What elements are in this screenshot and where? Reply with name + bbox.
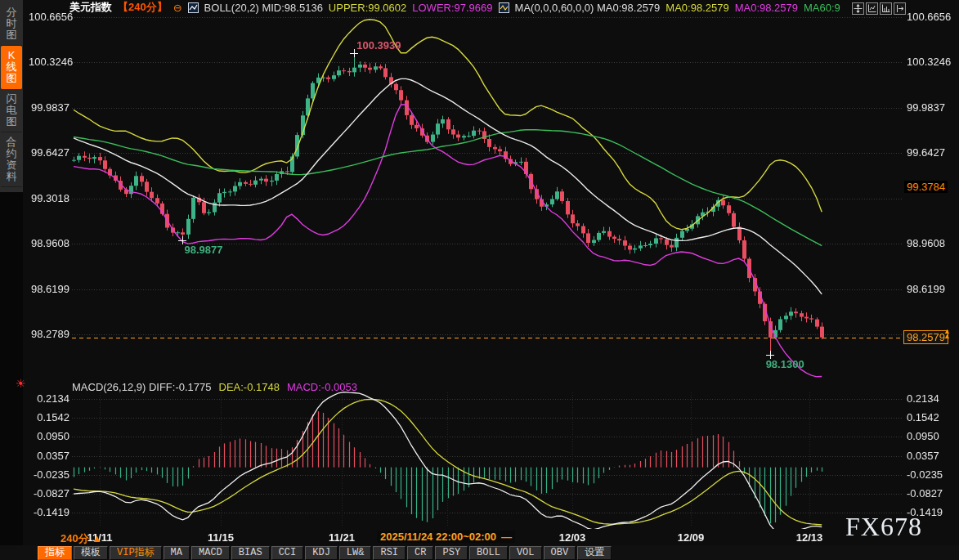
chart-controls: [852, 2, 906, 15]
xaxis-label-11/15: 11/15: [208, 531, 234, 544]
price-axis-right-label: 100.3246: [907, 56, 951, 68]
macd-axis-left-label: 0.2134: [29, 392, 69, 405]
trading-app-window: 分时图K线图闪电图合约资料 美元指数 【240分】 ⊖ BOLL(20,2) M…: [0, 0, 959, 560]
macd-axis-right-label: 0.0357: [907, 450, 939, 462]
price-axis-right-label: 98.9608: [907, 237, 945, 249]
boll-lower-legend: LOWER:97.9669: [412, 2, 492, 14]
price-axis-right-label: 100.6656: [907, 11, 951, 23]
toolbar-button-VOL[interactable]: VOL: [509, 546, 542, 560]
axis-highlight-value: 99.3784: [904, 181, 948, 193]
toolbar-button-PSY[interactable]: PSY: [435, 546, 468, 560]
price-axis-left-label: 98.9608: [29, 237, 69, 249]
toolbar-button-MACD[interactable]: MACD: [191, 546, 230, 560]
chart-canvas[interactable]: [0, 0, 959, 560]
price-axis-left-label: 99.9837: [29, 101, 69, 114]
ma60-legend: MA60:9: [804, 2, 840, 14]
low-end-annotation: 98.1300: [766, 358, 804, 370]
low-mid-annotation: 98.9877: [184, 244, 222, 256]
toolbar-button-CR[interactable]: CR: [407, 546, 433, 560]
macd-legend-bar: MACD(26,12,9) DIFF:-0.1775 DEA:-0.1748 M…: [72, 381, 357, 393]
price-axis-left-label: 98.2789: [29, 328, 69, 340]
macd-axis-right-label: -0.0827: [907, 487, 943, 500]
boll-upper-legend: UPPER:99.0602: [329, 2, 406, 14]
selected-candle-time: 2025/11/24 22:00~02:00—: [377, 531, 515, 543]
xaxis-label-12/09: 12/09: [678, 531, 705, 544]
alarm-icon[interactable]: ☀: [16, 377, 26, 390]
sidebar-tab-闪电图[interactable]: 闪电图: [1, 89, 22, 132]
toolbar-button-指标[interactable]: 指标: [38, 546, 72, 560]
indicator-legend-bar: 美元指数 【240分】 ⊖ BOLL(20,2) MID:98.5136 UPP…: [69, 1, 840, 14]
macd-hist-legend: MACD:-0.0053: [287, 381, 357, 393]
period-selector-button[interactable]: 240分 ▲: [60, 531, 102, 546]
sidebar-tab-合约资料[interactable]: 合约资料: [1, 132, 22, 187]
xaxis-label-12/03: 12/03: [559, 531, 586, 544]
scale-time-icon[interactable]: [880, 2, 892, 15]
sidebar-tab-分时图[interactable]: 分时图: [1, 2, 22, 46]
boll-indicator-icon[interactable]: [188, 2, 199, 13]
xaxis-label-12/13: 12/13: [796, 531, 823, 544]
macd-axis-left-label: 0.0357: [29, 450, 69, 462]
scale-price-icon[interactable]: [866, 2, 878, 15]
toolbar-button-模板[interactable]: 模板: [74, 546, 108, 560]
sidebar: 分时图K线图闪电图合约资料: [0, 0, 23, 192]
macd-axis-left-label: 0.1542: [29, 411, 69, 423]
high-annotation: 100.3939: [356, 39, 401, 52]
toolbar-button-BIAS[interactable]: BIAS: [231, 546, 270, 560]
toolbar-button-BOLL[interactable]: BOLL: [469, 546, 508, 560]
toolbar-button-OBV[interactable]: OBV: [544, 546, 576, 560]
price-arrow-marker: ▲▲: [943, 329, 951, 338]
price-axis-left-label: 99.3018: [29, 192, 69, 204]
watermark: FX678: [845, 512, 922, 542]
price-axis-right-label: 99.9837: [907, 101, 945, 114]
toolbar-button-KDJ[interactable]: KDJ: [305, 546, 338, 560]
ma0-yellow-legend: MA0:98.2579: [665, 2, 728, 14]
price-axis-left-label: 100.6656: [29, 11, 69, 23]
toolbar-button-设置[interactable]: 设置: [577, 546, 612, 560]
price-axis-left-label: 98.6199: [29, 283, 69, 295]
price-axis-left-label: 99.6427: [29, 146, 69, 159]
macd-axis-right-label: 0.2134: [907, 392, 939, 405]
ma-indicator-icon[interactable]: [499, 2, 509, 13]
macd-axis-left-label: -0.0827: [29, 487, 69, 500]
boll-legend: BOLL(20,2) MID:98.5136: [204, 2, 323, 14]
period-badge[interactable]: 【240分】: [118, 0, 168, 15]
indicator-toolbar: 指标模板VIP指标MAMACDBIASCCIKDJLW&RSICRPSYBOLL…: [0, 545, 959, 560]
macd-axis-right-label: 0.0950: [907, 430, 939, 442]
symbol-title: 美元指数: [69, 0, 112, 15]
pan-icon[interactable]: [852, 2, 864, 15]
collapse-icon[interactable]: ⊖: [173, 2, 182, 14]
macd-dea-legend: DEA:-0.1748: [219, 381, 280, 393]
macd-diff-legend: MACD(26,12,9) DIFF:-0.1775: [72, 381, 212, 393]
macd-axis-left-label: 0.0950: [29, 430, 69, 442]
xaxis-label-11/21: 11/21: [329, 531, 355, 544]
toolbar-button-MA[interactable]: MA: [164, 546, 190, 560]
ma0-magenta-legend: MA0:98.2579: [735, 2, 798, 14]
toolbar-button-VIP指标[interactable]: VIP指标: [110, 546, 162, 560]
sidebar-lower-spacer: [0, 190, 23, 560]
last-price-box: 98.2579: [903, 330, 948, 344]
price-axis-right-label: 98.6199: [907, 283, 945, 295]
macd-axis-right-label: -0.0235: [907, 468, 943, 481]
toolbar-button-CCI[interactable]: CCI: [271, 546, 304, 560]
macd-axis-left-label: -0.0235: [29, 468, 69, 481]
ma-legend: MA(0,0,0,60,0,0) MA0:98.2579: [515, 2, 661, 14]
price-axis-right-label: 99.6427: [907, 146, 945, 159]
toolbar-button-RSI[interactable]: RSI: [373, 546, 406, 560]
exit-icon[interactable]: [894, 2, 906, 15]
macd-axis-left-label: -0.1419: [29, 506, 69, 518]
sidebar-tab-K线图[interactable]: K线图: [1, 46, 22, 89]
toolbar-button-LW&[interactable]: LW&: [339, 546, 372, 560]
price-axis-left-label: 100.3246: [29, 56, 69, 68]
macd-axis-right-label: 0.1542: [907, 411, 939, 423]
